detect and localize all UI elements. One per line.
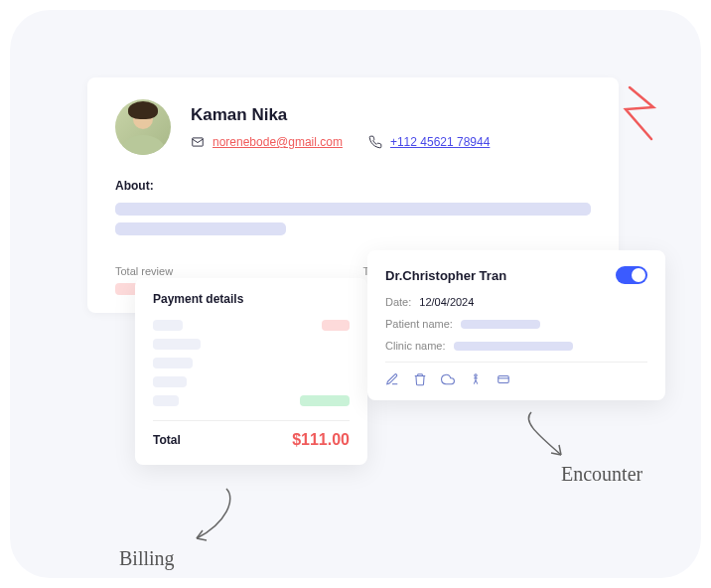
svg-rect-0	[193, 138, 204, 146]
encounter-head: Dr.Christopher Tran	[385, 266, 647, 284]
canvas-background: Kaman Nika norenebode@gmail.com +112 456…	[10, 10, 701, 578]
trash-icon[interactable]	[413, 372, 427, 386]
svg-point-1	[475, 374, 477, 376]
billing-arrow	[187, 484, 246, 553]
payment-line	[153, 339, 350, 350]
email-item: norenebode@gmail.com	[191, 135, 343, 149]
encounter-annotation: Encounter	[561, 463, 642, 486]
card-icon[interactable]	[497, 372, 510, 386]
phone-item: +112 45621 78944	[368, 135, 490, 149]
cloud-icon[interactable]	[441, 372, 455, 386]
about-skeleton-line	[115, 203, 591, 216]
profile-info: Kaman Nika norenebode@gmail.com +112 456…	[191, 105, 591, 149]
payment-divider	[153, 420, 350, 421]
decorative-scribble	[612, 79, 671, 149]
email-link[interactable]: norenebode@gmail.com	[213, 135, 343, 149]
email-icon	[191, 135, 205, 149]
patient-field: Patient name:	[385, 318, 647, 330]
about-section: About:	[115, 179, 591, 235]
encounter-title: Dr.Christopher Tran	[385, 268, 506, 283]
patient-skeleton	[461, 320, 540, 329]
encounter-toggle[interactable]	[616, 266, 647, 284]
encounter-icon-row	[385, 372, 647, 386]
contact-row: norenebode@gmail.com +112 45621 78944	[191, 135, 591, 149]
date-value: 12/04/2024	[419, 296, 474, 308]
payment-line	[153, 395, 350, 406]
payment-card: Payment details Total $111.00	[135, 278, 367, 465]
total-row: Total $111.00	[153, 431, 350, 449]
person-icon[interactable]	[469, 372, 483, 386]
encounter-divider	[385, 362, 647, 363]
stat-review-label: Total review	[115, 265, 344, 277]
payment-title: Payment details	[153, 292, 350, 306]
payment-lines	[153, 320, 350, 406]
phone-icon	[368, 135, 382, 149]
patient-label: Patient name:	[385, 318, 453, 330]
payment-line	[153, 358, 350, 368]
phone-link[interactable]: +112 45621 78944	[390, 135, 490, 149]
svg-rect-2	[498, 376, 509, 383]
profile-header: Kaman Nika norenebode@gmail.com +112 456…	[115, 99, 591, 155]
clinic-skeleton	[454, 342, 573, 351]
profile-name: Kaman Nika	[191, 105, 591, 125]
payment-line	[153, 376, 350, 387]
payment-line	[153, 320, 350, 331]
encounter-card: Dr.Christopher Tran Date: 12/04/2024 Pat…	[367, 250, 665, 400]
about-skeleton-line	[115, 222, 286, 235]
edit-icon[interactable]	[385, 372, 399, 386]
date-field: Date: 12/04/2024	[385, 296, 647, 308]
date-label: Date:	[385, 296, 411, 308]
encounter-arrow	[516, 407, 576, 467]
total-amount: $111.00	[292, 431, 350, 449]
avatar[interactable]	[115, 99, 171, 155]
clinic-label: Clinic name:	[385, 340, 446, 352]
total-label: Total	[153, 433, 181, 447]
about-label: About:	[115, 179, 591, 193]
clinic-field: Clinic name:	[385, 340, 647, 352]
billing-annotation: Billing	[119, 547, 175, 570]
